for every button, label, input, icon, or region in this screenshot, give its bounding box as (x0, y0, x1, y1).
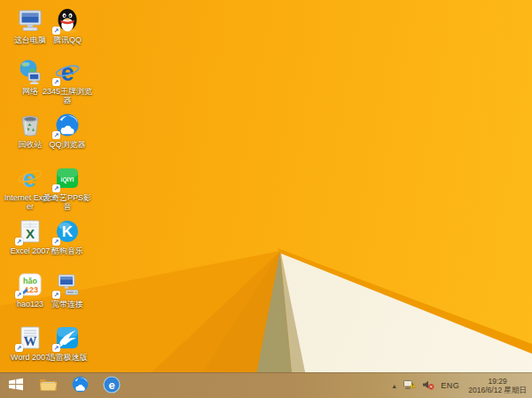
desktop[interactable]: 这台电脑 ↗ 腾讯QQ (0, 0, 532, 398)
network-status-button[interactable]: ! (403, 379, 416, 393)
desktop-icon-2345-browser[interactable]: e ↗ 2345王牌浏览器 (41, 59, 94, 105)
qq-penguin-icon: ↗ (54, 7, 81, 34)
qq-browser-cloud-icon: ↗ (54, 112, 81, 138)
system-tray: ▲ ! (391, 373, 529, 398)
svg-text:hǎo: hǎo (23, 277, 38, 285)
svg-text:W: W (24, 334, 37, 348)
qq-browser-icon (71, 375, 90, 396)
desktop-icon-kugou[interactable]: K ↗ 酷狗音乐 (41, 218, 94, 255)
desktop-icon-xunlei[interactable]: ↗ 迅雷极速版 (41, 324, 94, 362)
internet-explorer-icon: e (17, 165, 43, 191)
taskbar-clock[interactable]: 19:29 2016/6/12 星期日 (466, 377, 529, 394)
2345-browser-e-icon: e ↗ (54, 59, 81, 85)
shortcut-arrow-icon: ↗ (15, 291, 23, 299)
shortcut-arrow-icon: ↗ (52, 184, 60, 192)
volume-muted-icon (422, 379, 434, 393)
network-warning-icon: ! (403, 379, 416, 393)
desktop-icon-label: QQ浏览器 (41, 140, 94, 149)
network-globe-icon (17, 59, 43, 85)
start-button[interactable] (0, 373, 32, 398)
volume-button[interactable] (422, 379, 434, 393)
tray-date: 2016/6/12 星期日 (468, 386, 527, 394)
recycle-bin-icon (17, 112, 43, 138)
this-pc-icon (17, 7, 43, 34)
shortcut-arrow-icon: ↗ (15, 344, 23, 352)
windows-logo-icon (8, 378, 24, 394)
shortcut-arrow-icon: ↗ (52, 27, 60, 35)
shortcut-arrow-icon: ↗ (52, 78, 60, 86)
desktop-icon-label: 迅雷极速版 (41, 353, 94, 362)
shortcut-arrow-icon: ↗ (52, 291, 60, 299)
desktop-icon-broadband[interactable]: ↗ 宽带连接 (41, 271, 94, 308)
desktop-icon-label: 爱奇艺PPS影音 (41, 193, 94, 211)
taskbar-qq-browser-button[interactable] (64, 373, 96, 398)
svg-text:e: e (60, 59, 74, 85)
broadband-connection-icon: ↗ (54, 271, 81, 298)
chevron-up-icon: ▲ (391, 383, 397, 389)
shortcut-arrow-icon: ↗ (15, 238, 23, 246)
excel-icon: X ↗ (17, 218, 43, 245)
desktop-icon-iqiyi[interactable]: iQIYI ↗ 爱奇艺PPS影音 (41, 165, 94, 211)
taskbar-internet-explorer-button[interactable]: e (96, 373, 128, 398)
shortcut-arrow-icon: ↗ (52, 344, 60, 352)
desktop-icon-label: 腾讯QQ (41, 35, 94, 44)
desktop-icon-label: 宽带连接 (41, 300, 94, 308)
hao123-icon: hǎo 123 ↗ (17, 271, 43, 298)
svg-text:X: X (26, 226, 35, 241)
desktop-icon-qq-browser[interactable]: ↗ QQ浏览器 (41, 112, 94, 149)
svg-text:iQIYI: iQIYI (61, 176, 74, 183)
tray-time: 19:29 (489, 377, 507, 386)
xunlei-bird-icon: ↗ (54, 324, 81, 351)
word-icon: W ↗ (17, 324, 43, 351)
shortcut-arrow-icon: ↗ (52, 131, 60, 139)
shortcut-arrow-icon: ↗ (52, 238, 60, 246)
svg-text:e: e (108, 378, 114, 391)
iqiyi-icon: iQIYI ↗ (54, 165, 81, 191)
taskbar-file-explorer-button[interactable] (32, 373, 64, 398)
svg-text:K: K (62, 223, 74, 240)
desktop-icon-tencent-qq[interactable]: ↗ 腾讯QQ (41, 7, 94, 44)
desktop-icon-label: 酷狗音乐 (41, 246, 94, 255)
desktop-icon-label: 2345王牌浏览器 (41, 87, 94, 105)
language-label: ENG (441, 381, 459, 390)
file-explorer-icon (39, 377, 58, 394)
show-hidden-icons-button[interactable]: ▲ (391, 383, 397, 389)
kugou-k-icon: K ↗ (54, 218, 81, 245)
language-indicator[interactable]: ENG (441, 381, 459, 390)
internet-explorer-icon: e (103, 376, 121, 396)
taskbar: e ▲ ! (0, 372, 532, 398)
